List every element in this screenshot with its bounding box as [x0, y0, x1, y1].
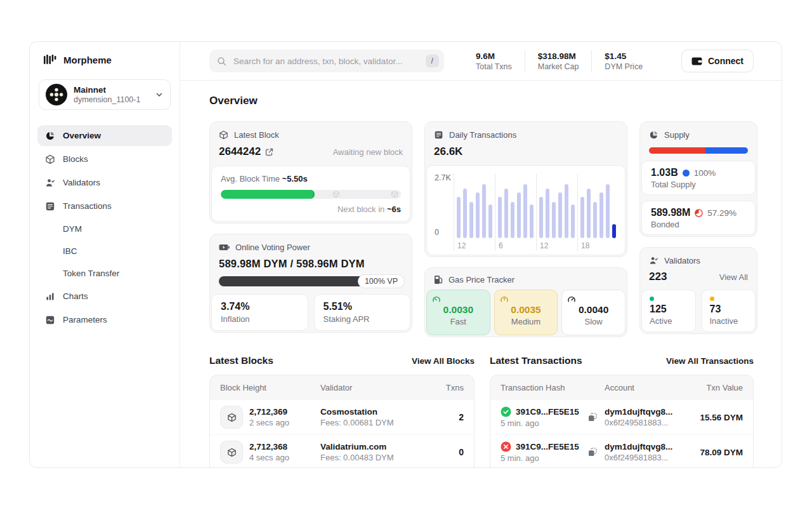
external-link-icon[interactable]: [265, 148, 273, 156]
block-validator[interactable]: Validatrium.com: [320, 442, 436, 451]
pie-chart-icon: [649, 130, 658, 140]
transaction-row[interactable]: 391C9...FE5E15 5 min. ago dym1dujftqvg8.…: [490, 435, 753, 468]
view-all-blocks-link[interactable]: View All Blocks: [412, 356, 475, 366]
cube-icon: [45, 154, 56, 164]
chart-bar: [476, 192, 480, 238]
network-selector[interactable]: Mainnet dymension_1100-1: [39, 79, 171, 110]
connect-label: Connect: [708, 56, 743, 66]
chart-bar: [606, 184, 610, 238]
blue-dot-icon: [683, 170, 690, 177]
chart-bar: [457, 197, 461, 238]
sidebar-item-transactions[interactable]: Transactions: [37, 196, 172, 217]
chart-bar: [580, 197, 584, 238]
chart-bar: [517, 192, 521, 238]
transaction-row[interactable]: 391C9...FE5E15 5 min. ago dym1dujftqvg8.…: [490, 400, 753, 434]
brand-name: Morpheme: [63, 55, 112, 65]
stat-value: 9.6M: [476, 51, 512, 61]
success-status-icon: [501, 406, 511, 417]
sidebar-item-blocks[interactable]: Blocks: [37, 149, 172, 170]
block-validator[interactable]: Cosmostation: [320, 407, 436, 417]
txn-account[interactable]: dym1dujftqvg8...: [605, 442, 686, 451]
chart-bar: [511, 202, 514, 238]
gas-fast-value: 0.0030: [427, 304, 490, 316]
view-all-transactions-link[interactable]: View All Transactions: [666, 356, 754, 366]
total-supply-value: 1.03B: [651, 167, 678, 178]
stat-label: Market Cap: [538, 62, 579, 71]
copy-icon[interactable]: [588, 448, 605, 457]
y-tick-min: 0: [435, 228, 454, 237]
sidebar-item-label: DYM: [63, 224, 82, 234]
staking-apr-label: Staking APR: [324, 314, 402, 324]
user-check-icon: [649, 256, 658, 265]
bar-chart-icon: [45, 291, 56, 302]
chart-bar: [593, 202, 597, 238]
block-height[interactable]: 2,712,369: [249, 407, 320, 417]
col-block-height: Block Height: [220, 383, 320, 392]
block-fees: Fees: 0.00483 DYM: [320, 453, 436, 462]
search-input[interactable]: [232, 56, 420, 67]
sidebar-item-label: Overview: [63, 131, 101, 140]
gas-tier-medium: 0.0035 Medium: [494, 290, 558, 335]
chart-bar: [599, 192, 603, 238]
latest-transactions-title: Latest Transactions: [490, 355, 582, 366]
search-icon: [217, 57, 226, 66]
block-height[interactable]: 2,712,368: [249, 442, 320, 451]
chart-bar: [558, 192, 562, 238]
voting-power-title: Online Voting Power: [235, 243, 310, 252]
latest-blocks-table: Block Height Validator Txns 2,712,369 2 …: [209, 375, 475, 468]
sidebar-item-overview[interactable]: Overview: [37, 125, 172, 146]
sidebar-item-dym[interactable]: DYM: [37, 219, 172, 239]
next-block-value: ~6s: [387, 204, 401, 214]
pie-chart-icon: [45, 130, 56, 141]
block-row[interactable]: 2,712,368 4 secs ago Validatrium.com Fee…: [210, 435, 474, 468]
bonded-label: Bonded: [651, 220, 746, 229]
chart-bar: [552, 202, 556, 238]
txn-value: 78.09 DYM: [686, 448, 743, 457]
txn-hash[interactable]: 391C9...FE5E15: [516, 407, 579, 417]
list-icon: [434, 130, 443, 140]
supply-card: Supply 1.03B: [639, 121, 757, 237]
validators-view-all-link[interactable]: View All: [719, 272, 748, 282]
sidebar-item-ibc[interactable]: IBC: [37, 241, 172, 261]
sidebar-item-label: Charts: [63, 291, 88, 301]
gas-price-card: Gas Price Tracker 0.0030 Fast 0.0035: [424, 267, 627, 337]
cards-grid: Latest Block 2644242 Awaiting new block: [209, 121, 754, 337]
sidebar-item-label: Validators: [63, 178, 100, 187]
txn-age: 5 min. ago: [501, 453, 588, 463]
sidebar-item-label: Transactions: [63, 201, 112, 211]
chart-bar: [523, 184, 527, 238]
gas-slow-label: Slow: [562, 317, 625, 326]
brand: Morpheme: [37, 55, 172, 65]
validators-card: Validators 223 View All 125 Activ: [639, 247, 757, 334]
inactive-validators-value: 73: [710, 304, 748, 315]
bonded-pie-icon: [695, 209, 703, 217]
fuel-pump-icon: [434, 275, 443, 284]
stat-dym-price: $1.45 DYM Price: [592, 51, 655, 71]
search-bar[interactable]: /: [209, 50, 444, 72]
explorer-app: Morpheme Mainnet dymension_1100-1 Overvi…: [29, 41, 782, 468]
daily-transactions-title: Daily Transactions: [449, 130, 516, 140]
sidebar-item-token-transfer[interactable]: Token Transfer: [37, 264, 172, 283]
txn-hash[interactable]: 391C9...FE5E15: [516, 442, 579, 451]
avg-block-time-label: Avg. Block Time: [221, 174, 280, 184]
sidebar-item-parameters[interactable]: Parameters: [37, 309, 172, 330]
avg-block-time-value: ~5.50s: [282, 174, 308, 184]
network-icon: [46, 84, 67, 105]
daily-transactions-chart: 2.7K 0 1261218: [426, 165, 625, 255]
list-icon: [45, 201, 56, 211]
connect-wallet-button[interactable]: Connect: [681, 50, 754, 72]
col-txn-value: Txn Value: [686, 383, 743, 392]
col-validator: Validator: [320, 383, 436, 392]
page-title: Overview: [209, 95, 754, 107]
bar-group: 18: [577, 173, 619, 251]
active-validators-value: 125: [650, 304, 688, 315]
sidebar-item-validators[interactable]: Validators: [37, 172, 172, 193]
txn-account[interactable]: dym1dujftqvg8...: [605, 407, 686, 417]
stat-value: $1.45: [605, 51, 643, 61]
voting-power-value: 589.98M DYM / 598.96M DYM: [219, 258, 403, 270]
sidebar-item-charts[interactable]: Charts: [37, 286, 172, 307]
copy-icon[interactable]: [588, 413, 605, 422]
inactive-validators-label: Inactive: [710, 316, 748, 326]
green-dot-icon: [650, 297, 654, 301]
block-row[interactable]: 2,712,369 2 secs ago Cosmostation Fees: …: [210, 400, 474, 434]
